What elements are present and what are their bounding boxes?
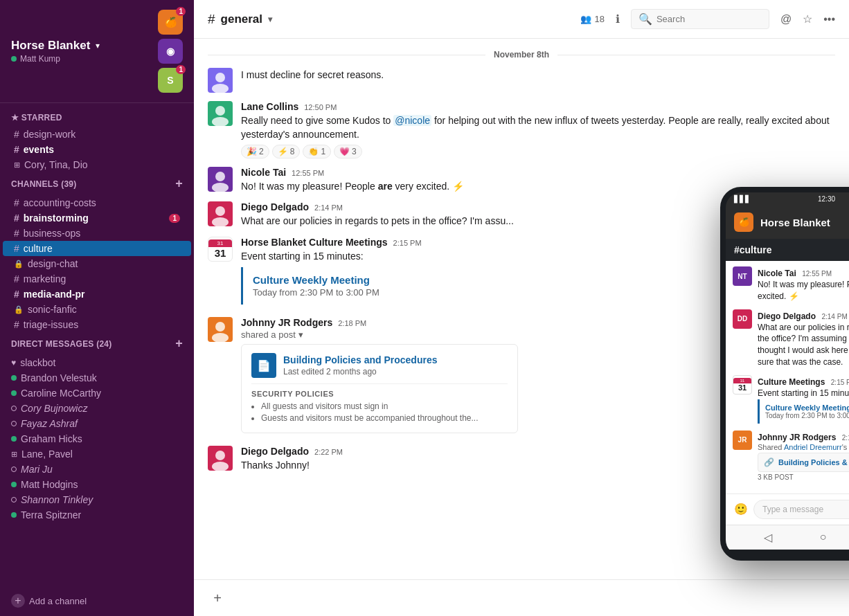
mention[interactable]: @nicole — [393, 115, 431, 126]
channel-header: # general ▾ 👥 18 ℹ 🔍 @ ☆ ••• — [194, 0, 849, 39]
info-button[interactable]: ℹ — [616, 12, 620, 26]
svg-point-4 — [215, 172, 225, 181]
sidebar-item-marketing[interactable]: # marketing — [3, 271, 191, 287]
starred-section-header[interactable]: ★ STARRED — [0, 109, 194, 127]
members-button[interactable]: 👥 18 — [580, 14, 604, 24]
sidebar-item-culture[interactable]: # culture — [3, 241, 191, 256]
add-channel-icon[interactable]: + — [175, 176, 183, 191]
back-button[interactable]: ◁ — [764, 531, 772, 544]
emoji-icon[interactable]: 🙂 — [734, 502, 748, 516]
dm-fayaz[interactable]: Fayaz Ashraf — [0, 416, 194, 431]
dm-label: DIRECT MESSAGES — [11, 339, 94, 349]
message-text: Really need to give some Kudos to @nicol… — [241, 114, 835, 142]
phone-message-input[interactable]: Type a message — [753, 500, 849, 519]
avatar: NT — [733, 266, 752, 286]
phone-time: 12:30 — [818, 195, 835, 203]
sidebar-item-label: culture — [24, 243, 53, 254]
message-author: Nicole Tai — [241, 167, 286, 178]
dm-terra[interactable]: Terra Spitzner — [0, 507, 194, 523]
hash-icon: # — [14, 289, 19, 300]
reaction-btn[interactable]: 💗3 — [334, 145, 362, 158]
dm-cory[interactable]: Cory Bujnowicz — [0, 401, 194, 416]
search-input[interactable] — [656, 14, 760, 24]
shared-info: Shared Andriel Dreemurr's file — [758, 443, 849, 451]
avatar: JR — [733, 431, 752, 450]
away-status-icon — [11, 497, 17, 502]
dm-slackbot[interactable]: ♥ slackbot — [0, 355, 194, 370]
app-icon-2[interactable]: ◉ — [158, 39, 183, 64]
sidebar-item-media-and-pr[interactable]: # media-and-pr — [3, 287, 191, 302]
home-button[interactable]: ○ — [820, 531, 827, 543]
channel-badge: 1 — [169, 214, 180, 223]
file-title[interactable]: Building Policies and Procedures — [283, 354, 438, 365]
message-time: 2:15 PM — [393, 239, 422, 247]
meeting-title[interactable]: Culture Weekly Meeting — [765, 404, 849, 412]
message-time: 2:15 PM — [831, 379, 849, 386]
sidebar-item-accounting-costs[interactable]: # accounting-costs — [3, 195, 191, 210]
sidebar-item-label: design-work — [24, 129, 75, 140]
table-row: I must decline for secret reasons. — [208, 65, 835, 96]
dm-lane-pavel[interactable]: ⊞ Lane, Pavel — [0, 446, 194, 462]
sidebar-item-cory-tina-dio[interactable]: ⊞ Cory, Tina, Dio — [3, 157, 191, 172]
online-status-icon — [11, 512, 17, 518]
phone-logo: 🍊 — [734, 212, 753, 232]
dm-label: Graham Hicks — [21, 433, 82, 444]
phone-message: NT Nicole Tai 12:55 PM No! It was my ple… — [733, 266, 849, 302]
message-author: Diego Delgado — [758, 311, 816, 321]
reaction-btn[interactable]: 🎉2 — [241, 145, 269, 158]
sidebar-item-brainstorming[interactable]: # brainstorming 1 — [3, 210, 191, 226]
dm-label: Lane, Pavel — [21, 449, 73, 460]
phone-meeting-card: Culture Weekly Meeting Today from 2:30 P… — [758, 399, 849, 424]
dm-shannon[interactable]: Shannon Tinkley — [0, 492, 194, 507]
dm-brandon[interactable]: Brandon Velestuk — [0, 370, 194, 386]
document-icon: 📄 — [257, 359, 271, 372]
phone-file-link[interactable]: 🔗 Building Policies & Procedures › — [758, 453, 849, 472]
hash-icon: # — [14, 197, 19, 208]
file-info: Building Policies and Procedures Last ed… — [283, 354, 438, 377]
at-button[interactable]: @ — [780, 13, 792, 26]
file-link-text: Building Policies & Procedures — [778, 458, 849, 466]
channels-section-header[interactable]: CHANNELS (39) + — [0, 172, 194, 195]
message-input[interactable] — [234, 592, 835, 604]
dm-mari[interactable]: Mari Ju — [0, 462, 194, 477]
dm-label: Terra Spitzner — [21, 509, 81, 520]
hash-icon: # — [14, 273, 19, 284]
message-text: Event starting in 15 minutes: — [758, 388, 849, 399]
reaction-btn[interactable]: ⚡8 — [272, 145, 301, 158]
dm-graham[interactable]: Graham Hicks — [0, 431, 194, 446]
app-badge: 1 — [176, 7, 186, 16]
workspace-header[interactable]: Horse Blanket ▾ Matt Kump 🍊 1 ◉ S 1 — [0, 0, 194, 103]
app-icon-1[interactable]: 🍊 1 — [158, 10, 183, 35]
hash-icon: # — [14, 319, 19, 330]
sidebar-item-triage-issues[interactable]: # triage-issues — [3, 317, 191, 332]
dm-label: Shannon Tinkley — [21, 494, 93, 505]
add-attachment-button[interactable]: + — [208, 588, 227, 608]
more-button[interactable]: ••• — [823, 13, 835, 26]
svg-point-5 — [212, 183, 229, 192]
dm-caroline[interactable]: Caroline McCarthy — [0, 386, 194, 401]
sidebar-item-design-work[interactable]: # design-work — [3, 127, 191, 142]
calendar-icon: 31 31 — [208, 237, 233, 262]
phone-message-content: Nicole Tai 12:55 PM No! It was my pleasu… — [758, 266, 849, 302]
sidebar-item-design-chat[interactable]: 🔒 design-chat — [3, 256, 191, 271]
sidebar-item-sonic-fanfic[interactable]: 🔒 sonic-fanfic — [3, 302, 191, 317]
app-icon-3[interactable]: S 1 — [158, 68, 183, 93]
reaction-btn[interactable]: 👏1 — [303, 145, 331, 158]
sidebar-item-events[interactable]: # events — [3, 142, 191, 157]
sidebar-item-business-ops[interactable]: # business-ops — [3, 226, 191, 241]
dm-matt-hodgins[interactable]: Matt Hodgins — [0, 477, 194, 492]
add-channel-button[interactable]: + Add a channel — [11, 594, 183, 608]
star-button[interactable]: ☆ — [803, 12, 812, 26]
message-header: Lane Collins 12:50 PM — [241, 101, 835, 112]
message-time: 2:22 PM — [314, 448, 343, 456]
shared-user-link[interactable]: Andriel Dreemurr — [784, 443, 842, 451]
channel-name: general — [221, 12, 262, 26]
avatar — [208, 317, 233, 342]
dm-section-header[interactable]: DIRECT MESSAGES (24) + — [0, 332, 194, 355]
phone-messages-area: NT Nicole Tai 12:55 PM No! It was my ple… — [726, 261, 849, 493]
add-dm-icon[interactable]: + — [175, 336, 183, 351]
search-box: 🔍 — [631, 9, 769, 29]
dm-label: Cory Bujnowicz — [21, 403, 87, 414]
emoji-reactions: 🎉2 ⚡8 👏1 💗3 — [241, 145, 835, 158]
message-author: Culture Meetings — [758, 377, 825, 387]
